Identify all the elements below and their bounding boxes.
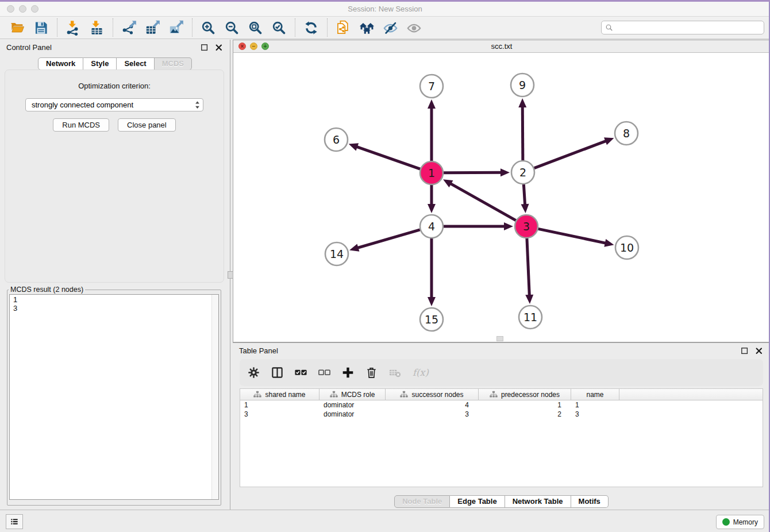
export-table-button[interactable] [141,18,164,37]
node-9[interactable]: 9 [511,74,534,97]
column-header-predecessor-nodes[interactable]: predecessor nodes [479,389,571,400]
import-network-icon [66,20,81,36]
apply-preferred-layout-button[interactable] [299,18,323,37]
import-table-button[interactable] [85,18,109,37]
table-cell[interactable]: 3 [240,410,319,418]
table-cell[interactable]: 4 [386,401,479,409]
edge-1-4[interactable] [428,185,436,213]
svg-text:14: 14 [330,248,344,260]
table-row[interactable]: 1dominator411 [240,400,763,410]
table-cell[interactable]: 1 [571,401,619,409]
table-cell[interactable]: 1 [479,401,571,409]
zoom-fit-button[interactable] [244,18,267,37]
zoom-window-icon[interactable] [31,5,38,13]
minimize-network-icon[interactable]: − [250,43,257,50]
close-window-icon[interactable] [7,5,14,13]
column-header-shared-name[interactable]: shared name [240,389,319,400]
edge-4-15[interactable] [428,238,436,306]
task-history-button[interactable] [6,514,23,529]
table-cell[interactable]: dominator [319,401,386,409]
tab-style[interactable]: Style [83,57,117,70]
svg-text:f(x): f(x) [413,367,429,378]
add-button[interactable] [341,365,355,380]
column-header-mcds-role[interactable]: MCDS role [319,389,386,400]
tab-node-table[interactable]: Node Table [394,495,450,508]
column-header-name[interactable]: name [571,389,619,400]
edge-1-2[interactable] [444,168,510,176]
delete-button[interactable] [364,365,378,380]
search-box[interactable] [601,21,764,34]
export-network-button[interactable] [117,18,141,37]
deselect-all-button[interactable] [317,365,331,380]
node-6[interactable]: 6 [325,128,348,151]
save-session-button[interactable] [29,18,53,37]
tab-motifs[interactable]: Motifs [571,495,609,508]
node-2[interactable]: 2 [511,161,534,184]
float-table-panel-button[interactable] [740,346,749,356]
table-cell[interactable]: 3 [571,410,619,418]
table-cell[interactable]: 3 [386,410,479,418]
scrollbar-track[interactable] [211,295,218,499]
zoom-selected-button[interactable] [267,18,291,37]
node-14[interactable]: 14 [325,242,348,265]
node-7[interactable]: 7 [420,75,443,98]
node-15[interactable]: 15 [420,308,443,331]
edge-2-9[interactable] [518,98,526,160]
maximize-network-icon[interactable]: + [261,43,269,50]
show-columns-button[interactable] [270,365,284,380]
table-cell[interactable]: 1 [240,401,319,409]
node-8[interactable]: 8 [615,122,638,145]
column-header-successor-nodes[interactable]: successor nodes [386,389,479,400]
edge-1-7[interactable] [428,99,436,161]
edge-4-14[interactable] [349,230,420,252]
edge-4-3[interactable] [444,222,513,230]
status-bar: Memory [0,510,770,532]
node-1[interactable]: 1 [420,161,443,184]
table-row[interactable]: 3dominator323 [240,410,763,419]
panel-divider-grip[interactable] [228,271,233,279]
close-network-icon[interactable]: × [238,43,246,50]
table-options-button[interactable] [247,365,260,380]
node-10[interactable]: 10 [615,236,638,259]
float-control-panel-button[interactable] [200,43,209,52]
import-network-button[interactable] [61,18,85,37]
tab-edge-table[interactable]: Edge Table [450,495,505,508]
zoom-out-button[interactable] [220,18,244,37]
table-cell[interactable]: 2 [479,410,571,418]
svg-text:11: 11 [523,311,537,323]
select-all-button[interactable] [294,365,307,380]
run-mcds-button[interactable]: Run MCDS [53,118,109,132]
edge-2-8[interactable] [534,137,614,168]
close-control-panel-button[interactable] [214,43,224,52]
memory-button[interactable]: Memory [716,515,764,529]
mcds-result-text[interactable]: 1 3 [9,294,219,500]
node-11[interactable]: 11 [519,306,542,329]
node-3[interactable]: 3 [515,215,538,238]
hide-selected-button[interactable] [379,18,402,37]
open-session-button[interactable] [6,18,29,37]
svg-text:7: 7 [428,80,435,92]
plus-icon [341,366,355,379]
close-panel-button[interactable]: Close panel [118,118,176,132]
edge-3-1[interactable] [443,179,516,220]
tab-mcds[interactable]: MCDS [155,57,192,70]
network-canvas[interactable]: 7968124314101511 [233,53,770,342]
tab-network[interactable]: Network [38,57,83,70]
edge-1-6[interactable] [349,143,420,169]
zoom-in-button[interactable] [197,18,220,37]
tab-network-table[interactable]: Network Table [505,495,571,508]
edge-3-11[interactable] [525,238,533,304]
export-image-button[interactable] [164,18,188,37]
table-cell[interactable]: dominator [319,410,386,418]
close-table-panel-button[interactable] [754,346,764,356]
canvas-scrollbar-grip[interactable] [496,336,503,341]
new-network-from-selection-button[interactable] [332,18,355,37]
houses-button[interactable] [355,18,379,37]
node-4[interactable]: 4 [420,215,443,238]
edge-3-10[interactable] [538,229,614,246]
minimize-window-icon[interactable] [19,5,26,13]
criterion-select[interactable]: strongly connected component [25,98,203,111]
tab-select[interactable]: Select [117,57,154,70]
search-input[interactable] [616,23,760,33]
edge-2-3[interactable] [521,184,529,213]
